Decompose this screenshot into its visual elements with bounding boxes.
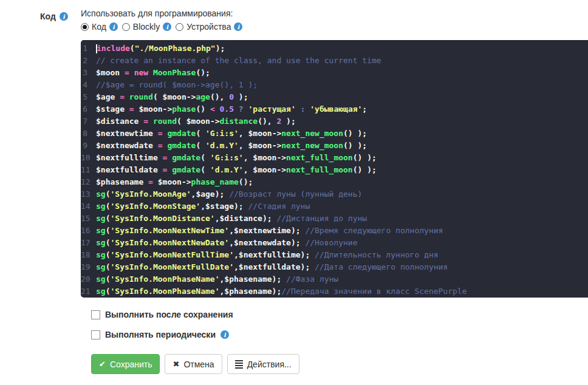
code-line[interactable]: 10$nextfulltime = gmdate( 'G:i:s', $moon… [81,152,588,164]
code-line[interactable]: 1include("./MoonPhase.php"); [81,43,588,55]
checkbox-label: Выполнять периодически [105,330,216,339]
info-icon[interactable] [220,330,229,339]
cancel-button-label: Отмена [183,359,214,369]
line-number: 6 [81,103,96,115]
line-number: 2 [81,55,96,67]
line-number: 10 [81,152,96,164]
code-lines: 1include("./MoonPhase.php");2// create a… [81,43,588,298]
info-icon[interactable] [163,22,171,31]
line-number: 5 [81,91,96,103]
checkbox-icon[interactable] [91,330,100,339]
code-line[interactable]: 17sg('SysInfo.MoonNextNewDate',$nextnewd… [81,237,588,249]
code-line[interactable]: 14sg('SysInfo.MoonStage',$stage); //Стад… [81,200,588,213]
line-number: 15 [81,213,96,225]
line-number: 17 [81,237,96,249]
code-line[interactable]: 16sg('SysInfo.MoonNextNewTime',$nextnewt… [81,225,588,237]
checkbox-run-after-save[interactable]: Выполнить после сохранения [91,310,233,319]
line-number: 13 [81,188,96,200]
radio-label: Устройства [186,22,231,32]
radio-icon[interactable] [176,23,183,31]
line-number: 4 [81,79,96,91]
radio-label: Blockly [133,22,160,32]
checkbox-icon[interactable] [91,310,100,319]
field-label-text: Код [40,12,56,21]
save-button[interactable]: ✔ Сохранить [91,354,160,374]
code-line[interactable]: 13sg('SysInfo.MoonAge',$age); //Возраст … [81,188,588,200]
radio-option-code[interactable]: Код [81,22,118,32]
actions-button[interactable]: Действия... [227,354,299,374]
code-line[interactable]: 4//$age = round( $moon->age(), 1 ); [81,79,588,91]
code-line[interactable]: 12$phasename = $moon->phase_name(); [81,176,588,188]
checkbox-label: Выполнить после сохранения [105,310,233,319]
radio-option-blockly[interactable]: Blockly [122,22,171,32]
radio-label: Код [92,22,106,32]
usage-label: Использовать для программирования: [81,9,233,18]
line-number: 7 [81,115,96,128]
action-buttons: ✔ Сохранить ✖ Отмена Действия... [91,354,299,374]
code-line[interactable]: 19sg('SysInfo.MoonNextFullDate',$nextful… [81,261,588,273]
cancel-button[interactable]: ✖ Отмена [165,354,222,374]
code-line[interactable]: 6$stage = $moon->phase() < 0.5 ? 'растущ… [81,103,588,115]
line-number: 20 [81,273,96,285]
code-editor[interactable]: 1include("./MoonPhase.php");2// create a… [81,40,588,298]
checkbox-group: Выполнить после сохраненияВыполнять пери… [91,310,233,339]
code-line[interactable]: 18sg('SysInfo.MoonNextFullTime',$nextful… [81,249,588,261]
code-line[interactable]: 20sg('SysInfo.MoonPhaseName',$phasename)… [81,273,588,285]
line-number: 8 [81,128,96,140]
list-icon [235,360,243,369]
checkbox-run-periodically[interactable]: Выполнять периодически [91,330,233,339]
code-line[interactable]: 15sg('SysInfo.MoonDistance',$distance); … [81,213,588,225]
code-line[interactable]: 9$nextnewdate = gmdate( 'd.m.Y', $moon->… [81,140,588,152]
radio-icon[interactable] [122,23,130,31]
check-icon: ✔ [99,360,106,368]
radio-icon[interactable] [81,23,89,31]
actions-button-label: Действия... [247,359,292,369]
line-number: 12 [81,176,96,188]
code-line[interactable]: 5$age = round( $moon->age(), 0 ); [81,91,588,103]
code-line[interactable]: 11$nextfulldate = gmdate( 'd.m.Y', $moon… [81,164,588,176]
info-icon[interactable] [109,22,118,31]
radio-option-devices[interactable]: Устройства [176,22,242,32]
field-label-code: Код [40,12,68,21]
line-number: 18 [81,249,96,261]
code-line[interactable]: 3$moon = new MoonPhase(); [81,67,588,79]
save-button-label: Сохранить [110,359,152,369]
code-line[interactable]: 8$nextnewtime = gmdate( 'G:i:s', $moon->… [81,128,588,140]
line-number: 21 [81,285,96,298]
line-number: 1 [81,43,96,55]
line-number: 9 [81,140,96,152]
line-number: 16 [81,225,96,237]
line-number: 14 [81,200,96,213]
line-number: 11 [81,164,96,176]
line-number: 3 [81,67,96,79]
x-icon: ✖ [173,360,179,368]
code-line[interactable]: 7$distance = round( $moon->distance(), 2… [81,115,588,128]
code-line[interactable]: 21sg('SysInfo.MoonPhaseName',$phasename)… [81,285,588,298]
programming-mode-radios: КодBlocklyУстройства [81,22,242,32]
code-line[interactable]: 2// create an instance of the class, and… [81,55,588,67]
info-icon[interactable] [234,22,242,31]
line-number: 19 [81,261,96,273]
info-icon[interactable] [60,12,68,21]
